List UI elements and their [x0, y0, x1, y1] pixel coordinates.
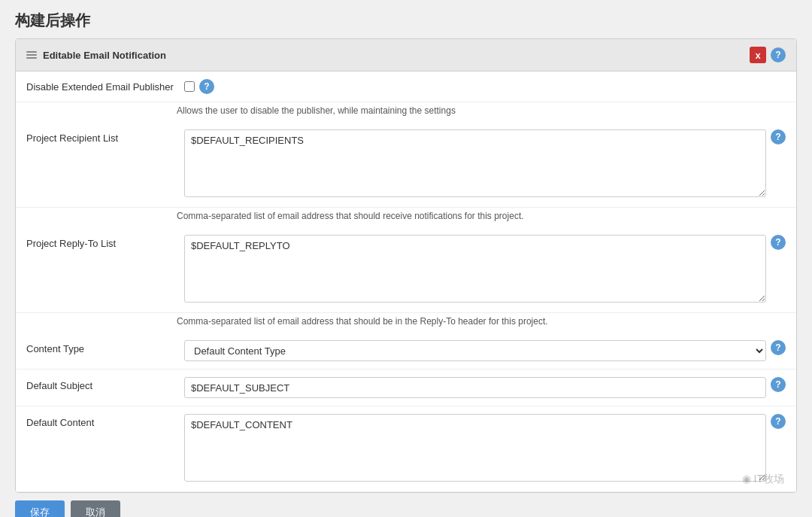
default-content-textarea[interactable]: $DEFAULT_CONTENT	[184, 414, 766, 482]
bottom-buttons: 保存 取消	[0, 493, 812, 517]
close-button[interactable]: x	[750, 47, 766, 63]
default-content-field: $DEFAULT_CONTENT	[184, 414, 766, 484]
default-content-label: Default Content	[26, 414, 177, 428]
replyto-control: $DEFAULT_REPLYTO ?	[184, 235, 786, 305]
drag-handle-icon[interactable]	[26, 51, 37, 59]
help-icon-subject[interactable]: ?	[771, 377, 786, 392]
disable-row: Disable Extended Email Publisher ?	[16, 71, 796, 102]
content-type-row: Content Type Default Content Type HTML P…	[16, 333, 796, 370]
default-content-row: Default Content $DEFAULT_CONTENT ?	[16, 406, 796, 492]
page-title: 构建后操作	[0, 0, 812, 38]
recipient-row: Project Recipient List $DEFAULT_RECIPIEN…	[16, 122, 796, 208]
default-content-control: $DEFAULT_CONTENT ?	[184, 414, 786, 484]
subject-field	[184, 377, 766, 398]
panel-title: Editable Email Notification	[43, 50, 166, 61]
recipient-field: $DEFAULT_RECIPIENTS	[184, 129, 766, 199]
help-icon-default-content[interactable]: ?	[771, 414, 786, 429]
replyto-field: $DEFAULT_REPLYTO	[184, 235, 766, 305]
subject-input[interactable]	[184, 377, 766, 398]
cancel-button[interactable]: 取消	[71, 500, 120, 517]
disable-label: Disable Extended Email Publisher	[26, 81, 177, 93]
replyto-row: Project Reply-To List $DEFAULT_REPLYTO ?	[16, 227, 796, 313]
recipient-hint-text: Comma-separated list of email address th…	[16, 208, 796, 227]
disable-checkbox[interactable]	[184, 81, 195, 92]
recipient-textarea[interactable]: $DEFAULT_RECIPIENTS	[184, 129, 766, 197]
disable-control: ?	[184, 79, 786, 94]
content-type-control: Default Content Type HTML Plain Text Bot…	[184, 340, 786, 361]
subject-row: Default Subject ?	[16, 370, 796, 406]
help-icon-content-type[interactable]: ?	[771, 340, 786, 355]
content-type-select[interactable]: Default Content Type HTML Plain Text Bot…	[184, 340, 766, 361]
help-icon-disable[interactable]: ?	[199, 79, 214, 94]
panel-header: Editable Email Notification x ?	[16, 39, 796, 71]
help-icon-replyto[interactable]: ?	[771, 235, 786, 250]
subject-label: Default Subject	[26, 377, 177, 391]
panel-header-left: Editable Email Notification	[26, 50, 166, 61]
help-icon-recipient[interactable]: ?	[771, 129, 786, 144]
subject-control: ?	[184, 377, 786, 398]
page-wrapper: 构建后操作 Editable Email Notification x ? Di…	[0, 0, 812, 517]
help-icon-header[interactable]: ?	[771, 47, 786, 62]
panel-header-right: x ?	[750, 47, 786, 63]
recipient-label: Project Recipient List	[26, 129, 177, 144]
save-button[interactable]: 保存	[15, 500, 65, 517]
email-notification-panel: Editable Email Notification x ? Disable …	[15, 38, 797, 493]
content-type-field: Default Content Type HTML Plain Text Bot…	[184, 340, 766, 361]
recipient-control: $DEFAULT_RECIPIENTS ?	[184, 129, 786, 199]
replyto-label: Project Reply-To List	[26, 235, 177, 249]
content-type-label: Content Type	[26, 340, 177, 354]
replyto-textarea[interactable]: $DEFAULT_REPLYTO	[184, 235, 766, 303]
disable-hint-text: Allows the user to disable the publisher…	[16, 102, 796, 122]
replyto-hint-text: Comma-separated list of email address th…	[16, 313, 796, 333]
